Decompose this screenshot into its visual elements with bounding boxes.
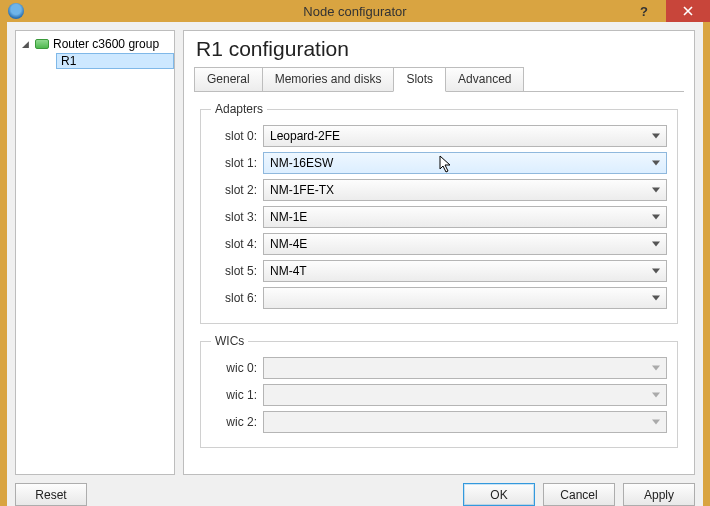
wics-legend: WICs xyxy=(211,334,248,348)
expander-icon[interactable]: ◢ xyxy=(22,40,31,49)
combo-slot0[interactable]: Leopard-2FE xyxy=(263,125,667,147)
window-title: Node configurator xyxy=(0,4,710,19)
client-area: ◢ Router c3600 group R1 R1 configuration… xyxy=(7,22,703,506)
combo-wic2 xyxy=(263,411,667,433)
row-slot5: slot 5: NM-4T xyxy=(211,259,667,283)
label-slot0: slot 0: xyxy=(211,129,257,143)
tab-body-slots: Adapters slot 0: Leopard-2FE slot 1: xyxy=(194,92,684,464)
chevron-down-icon xyxy=(652,366,660,371)
wics-group: WICs wic 0: wic 1: xyxy=(200,334,678,448)
adapters-legend: Adapters xyxy=(211,102,267,116)
tabstrip: General Memories and disks Slots Advance… xyxy=(194,67,684,92)
main-row: ◢ Router c3600 group R1 R1 configuration… xyxy=(15,30,695,475)
combo-slot0-value: Leopard-2FE xyxy=(270,129,340,143)
row-wic2: wic 2: xyxy=(211,410,667,434)
apply-button[interactable]: Apply xyxy=(623,483,695,506)
config-panel: R1 configuration General Memories and di… xyxy=(183,30,695,475)
combo-slot3[interactable]: NM-1E xyxy=(263,206,667,228)
tab-general[interactable]: General xyxy=(194,67,263,91)
ok-cancel-apply-group: OK Cancel Apply xyxy=(463,483,695,506)
combo-slot4-value: NM-4E xyxy=(270,237,307,251)
chevron-down-icon xyxy=(652,420,660,425)
tree-group-row[interactable]: ◢ Router c3600 group xyxy=(18,35,172,53)
combo-slot2[interactable]: NM-1FE-TX xyxy=(263,179,667,201)
close-button[interactable] xyxy=(666,0,710,22)
titlebar: Node configurator ? xyxy=(0,0,710,22)
combo-slot5[interactable]: NM-4T xyxy=(263,260,667,282)
chevron-down-icon xyxy=(652,188,660,193)
label-slot4: slot 4: xyxy=(211,237,257,251)
ok-button[interactable]: OK xyxy=(463,483,535,506)
row-slot4: slot 4: NM-4E xyxy=(211,232,667,256)
row-slot3: slot 3: NM-1E xyxy=(211,205,667,229)
tree-group-label: Router c3600 group xyxy=(53,37,159,51)
adapters-group: Adapters slot 0: Leopard-2FE slot 1: xyxy=(200,102,678,324)
row-slot1: slot 1: NM-16ESW xyxy=(211,151,667,175)
chevron-down-icon xyxy=(652,215,660,220)
chevron-down-icon xyxy=(652,296,660,301)
label-wic1: wic 1: xyxy=(211,388,257,402)
window-root: Node configurator ? ◢ Router c3600 group… xyxy=(0,0,710,506)
bottom-bar: Reset OK Cancel Apply xyxy=(15,475,695,506)
tab-slots[interactable]: Slots xyxy=(393,67,446,92)
chevron-down-icon xyxy=(652,242,660,247)
help-button[interactable]: ? xyxy=(622,0,666,22)
combo-wic0 xyxy=(263,357,667,379)
label-wic2: wic 2: xyxy=(211,415,257,429)
combo-slot6[interactable] xyxy=(263,287,667,309)
label-slot6: slot 6: xyxy=(211,291,257,305)
tree-node-r1[interactable]: R1 xyxy=(56,53,174,69)
row-wic0: wic 0: xyxy=(211,356,667,380)
label-wic0: wic 0: xyxy=(211,361,257,375)
row-slot0: slot 0: Leopard-2FE xyxy=(211,124,667,148)
row-slot6: slot 6: xyxy=(211,286,667,310)
label-slot5: slot 5: xyxy=(211,264,257,278)
cancel-button[interactable]: Cancel xyxy=(543,483,615,506)
page-title: R1 configuration xyxy=(196,37,684,61)
combo-slot1-value: NM-16ESW xyxy=(270,156,333,170)
row-slot2: slot 2: NM-1FE-TX xyxy=(211,178,667,202)
chevron-down-icon xyxy=(652,269,660,274)
label-slot2: slot 2: xyxy=(211,183,257,197)
combo-slot4[interactable]: NM-4E xyxy=(263,233,667,255)
tree-panel[interactable]: ◢ Router c3600 group R1 xyxy=(15,30,175,475)
chevron-down-icon xyxy=(652,161,660,166)
combo-slot2-value: NM-1FE-TX xyxy=(270,183,334,197)
tree-node-label: R1 xyxy=(61,54,76,68)
close-icon xyxy=(683,6,693,16)
tab-memories[interactable]: Memories and disks xyxy=(262,67,395,91)
tab-advanced[interactable]: Advanced xyxy=(445,67,524,91)
label-slot1: slot 1: xyxy=(211,156,257,170)
chevron-down-icon xyxy=(652,393,660,398)
reset-button[interactable]: Reset xyxy=(15,483,87,506)
app-icon xyxy=(8,3,24,19)
chevron-down-icon xyxy=(652,134,660,139)
combo-slot1[interactable]: NM-16ESW xyxy=(263,152,667,174)
title-controls: ? xyxy=(622,0,710,22)
combo-wic1 xyxy=(263,384,667,406)
row-wic1: wic 1: xyxy=(211,383,667,407)
router-group-icon xyxy=(35,39,49,49)
combo-slot5-value: NM-4T xyxy=(270,264,307,278)
combo-slot3-value: NM-1E xyxy=(270,210,307,224)
label-slot3: slot 3: xyxy=(211,210,257,224)
